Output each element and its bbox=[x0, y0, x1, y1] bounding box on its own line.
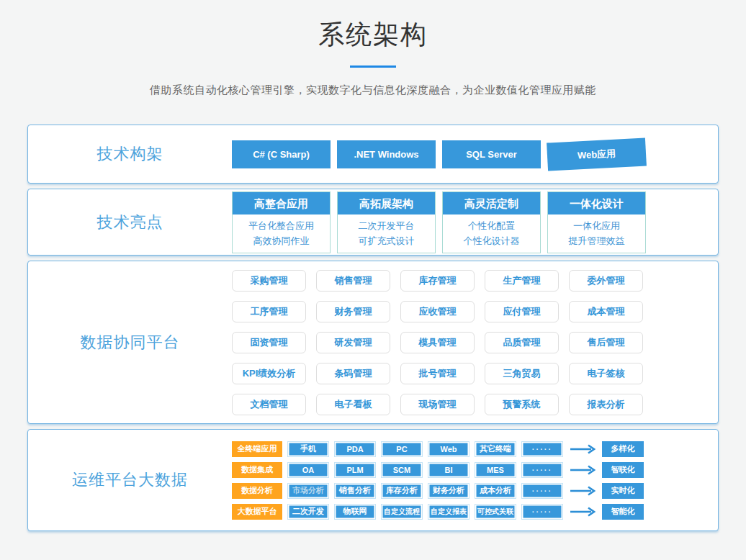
ops-item-chip: BI bbox=[428, 462, 469, 478]
ops-item-chip: 自定义报表 bbox=[428, 504, 469, 520]
module-chip[interactable]: 报表分析 bbox=[569, 394, 643, 415]
module-chip[interactable]: 品质管理 bbox=[485, 332, 559, 353]
module-chip[interactable]: 财务管理 bbox=[316, 301, 390, 322]
ops-result-chip: 多样化 bbox=[602, 441, 644, 457]
page-title: 系统架构 bbox=[0, 17, 746, 53]
ops-item-chip: 自定义流程 bbox=[381, 504, 423, 520]
ops-result-chip: 智联化 bbox=[602, 462, 644, 478]
highlight-card-title: 一体化设计 bbox=[548, 192, 645, 214]
module-chip[interactable]: 销售管理 bbox=[316, 270, 390, 292]
ops-row-analysis: 数据分析 市场分析 销售分析 库存分析 财务分析 成本分析 ····· 实时化 bbox=[232, 483, 644, 499]
ops-item-chip: 市场分析 bbox=[287, 483, 329, 499]
module-chip[interactable]: 工序管理 bbox=[232, 301, 306, 322]
highlight-card-line: 提升管理效益 bbox=[548, 233, 645, 248]
arrow-right-icon bbox=[570, 486, 596, 496]
highlight-card-line: 平台化整合应用 bbox=[233, 218, 330, 233]
ops-item-chip: 二次开发 bbox=[287, 504, 329, 520]
module-chip[interactable]: 成本管理 bbox=[569, 301, 643, 322]
highlight-card-integration: 高整合应用 平台化整合应用 高效协同作业 bbox=[232, 191, 331, 253]
tech-button-dotnet[interactable]: .NET Windows bbox=[337, 140, 436, 168]
title-underline bbox=[350, 66, 396, 68]
tech-framework-buttons: C# (C Sharp) .NET Windows SQL Server Web… bbox=[232, 140, 718, 168]
module-grid: 采购管理 销售管理 库存管理 生产管理 委外管理 工序管理 财务管理 应收管理 … bbox=[232, 270, 646, 415]
ops-category-label: 数据分析 bbox=[232, 483, 282, 499]
ops-item-chip: PLM bbox=[334, 462, 376, 478]
ops-item-chip-more: ····· bbox=[521, 483, 563, 499]
highlight-card-flexible: 高灵活定制 个性化配置 个性化设计器 bbox=[442, 191, 541, 253]
module-chip[interactable]: 电子看板 bbox=[316, 394, 390, 415]
module-chip[interactable]: KPI绩效分析 bbox=[232, 363, 306, 384]
ops-category-label: 全终端应用 bbox=[232, 441, 282, 457]
ops-item-chip: 可控式关联 bbox=[475, 504, 516, 520]
ops-diagram: 全终端应用 手机 PDA PC Web 其它终端 ····· 多样化 数据集成 … bbox=[232, 441, 644, 520]
page-header: 系统架构 借助系统自动化核心管理引擎，实现数字化与信息化深度融合，为企业数值化管… bbox=[0, 0, 746, 97]
module-chip[interactable]: 三角贸易 bbox=[485, 363, 559, 384]
module-chip[interactable]: 电子签核 bbox=[569, 363, 643, 384]
ops-item-chip: PDA bbox=[334, 441, 376, 457]
section-ops-platform: 运维平台大数据 全终端应用 手机 PDA PC Web 其它终端 ····· 多… bbox=[27, 429, 719, 531]
highlight-card-title: 高拓展架构 bbox=[338, 192, 435, 214]
highlight-card-line: 一体化应用 bbox=[548, 218, 645, 233]
tech-framework-label: 技术构架 bbox=[28, 143, 232, 165]
tech-highlight-cards: 高整合应用 平台化整合应用 高效协同作业 高拓展架构 二次开发平台 可扩充式设计… bbox=[232, 191, 718, 253]
module-chip[interactable]: 现场管理 bbox=[400, 394, 475, 415]
highlight-card-line: 高效协同作业 bbox=[233, 233, 330, 248]
ops-item-chip: 手机 bbox=[287, 441, 329, 457]
ops-item-chip: OA bbox=[287, 462, 329, 478]
ops-item-chip: SCM bbox=[381, 462, 423, 478]
ops-category-label: 大数据平台 bbox=[232, 504, 282, 520]
section-tech-framework: 技术构架 C# (C Sharp) .NET Windows SQL Serve… bbox=[27, 125, 719, 184]
ops-item-chip: 库存分析 bbox=[381, 483, 423, 499]
arrow-right-icon bbox=[570, 465, 596, 475]
highlight-card-title: 高整合应用 bbox=[233, 192, 330, 214]
highlight-card-line: 个性化配置 bbox=[443, 218, 540, 233]
ops-item-chip-more: ····· bbox=[521, 441, 563, 457]
module-chip[interactable]: 批号管理 bbox=[400, 363, 475, 384]
tech-button-web[interactable]: Web应用 bbox=[547, 137, 647, 171]
highlight-card-line: 可扩充式设计 bbox=[338, 233, 435, 248]
module-chip[interactable]: 售后管理 bbox=[569, 332, 643, 353]
module-chip[interactable]: 预警系统 bbox=[485, 394, 559, 415]
module-chip[interactable]: 研发管理 bbox=[316, 332, 390, 353]
module-chip[interactable]: 库存管理 bbox=[400, 270, 475, 292]
highlight-card-extension: 高拓展架构 二次开发平台 可扩充式设计 bbox=[337, 191, 436, 253]
ops-row-bigdata: 大数据平台 二次开发 物联网 自定义流程 自定义报表 可控式关联 ····· 智… bbox=[232, 504, 644, 520]
module-chip[interactable]: 采购管理 bbox=[232, 270, 306, 292]
ops-item-chip: 财务分析 bbox=[428, 483, 469, 499]
ops-result-chip: 实时化 bbox=[602, 483, 644, 499]
ops-item-chip: 物联网 bbox=[334, 504, 376, 520]
ops-item-chip: Web bbox=[428, 441, 469, 457]
module-chip[interactable]: 生产管理 bbox=[485, 270, 559, 292]
ops-category-label: 数据集成 bbox=[232, 462, 282, 478]
ops-item-chip: PC bbox=[381, 441, 423, 457]
highlight-card-title: 高灵活定制 bbox=[443, 192, 540, 214]
highlight-card-line: 二次开发平台 bbox=[338, 218, 435, 233]
ops-row-terminals: 全终端应用 手机 PDA PC Web 其它终端 ····· 多样化 bbox=[232, 441, 644, 457]
module-chip[interactable]: 文档管理 bbox=[232, 394, 306, 415]
section-tech-highlights: 技术亮点 高整合应用 平台化整合应用 高效协同作业 高拓展架构 二次开发平台 可… bbox=[27, 189, 719, 256]
module-chip[interactable]: 委外管理 bbox=[569, 270, 643, 292]
ops-item-chip: 其它终端 bbox=[475, 441, 516, 457]
highlight-card-line: 个性化设计器 bbox=[443, 233, 540, 248]
module-chip[interactable]: 应收管理 bbox=[400, 301, 475, 322]
ops-row-integration: 数据集成 OA PLM SCM BI MES ····· 智联化 bbox=[232, 462, 644, 478]
section-data-platform: 数据协同平台 采购管理 销售管理 库存管理 生产管理 委外管理 工序管理 财务管… bbox=[27, 261, 719, 424]
arrow-right-icon bbox=[570, 444, 596, 454]
ops-item-chip: MES bbox=[475, 462, 516, 478]
tech-highlights-label: 技术亮点 bbox=[28, 212, 232, 233]
module-chip[interactable]: 模具管理 bbox=[400, 332, 475, 353]
data-platform-label: 数据协同平台 bbox=[28, 332, 232, 353]
module-chip[interactable]: 应付管理 bbox=[485, 301, 559, 322]
ops-item-chip-more: ····· bbox=[521, 504, 563, 520]
tech-button-sqlserver[interactable]: SQL Server bbox=[442, 140, 541, 168]
ops-item-chip: 销售分析 bbox=[334, 483, 376, 499]
highlight-card-allinone: 一体化设计 一体化应用 提升管理效益 bbox=[547, 191, 646, 253]
arrow-right-icon bbox=[570, 507, 596, 517]
ops-item-chip-more: ····· bbox=[521, 462, 563, 478]
ops-item-chip: 成本分析 bbox=[475, 483, 516, 499]
ops-platform-label: 运维平台大数据 bbox=[28, 469, 232, 491]
tech-button-csharp[interactable]: C# (C Sharp) bbox=[232, 140, 331, 168]
page-subtitle: 借助系统自动化核心管理引擎，实现数字化与信息化深度融合，为企业数值化管理应用赋能 bbox=[0, 83, 746, 97]
module-chip[interactable]: 固资管理 bbox=[232, 332, 306, 353]
module-chip[interactable]: 条码管理 bbox=[316, 363, 390, 384]
